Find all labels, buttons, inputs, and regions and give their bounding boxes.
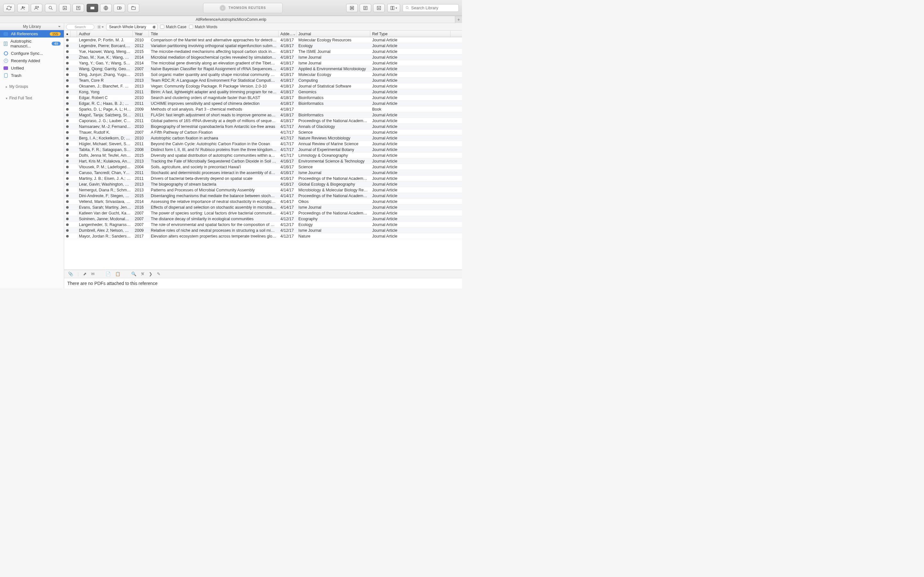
cell-journal: Proceedings of the National Academy of..… (296, 193, 370, 198)
table-row[interactable]: Kong, Yong2011Btrim: A fast, lightweight… (64, 89, 462, 95)
quote-button[interactable] (346, 4, 358, 12)
search-options-button[interactable]: ▾ (97, 25, 103, 29)
import-button[interactable] (59, 4, 71, 12)
table-row[interactable]: Lear, Gavin; Washington, Vidy...2013The … (64, 181, 462, 187)
attachment-icon[interactable]: 📎 (68, 271, 73, 276)
table-row[interactable]: Hügler, Michael; Sievert, Stefa...2011Be… (64, 141, 462, 147)
edit-icon[interactable]: ✎ (157, 271, 160, 276)
table-row[interactable]: Caporaso, J. G.; Lauber, C. L.;...2011Gl… (64, 118, 462, 124)
cell-title: Btrim: A fast, lightweight adapter and q… (149, 89, 278, 95)
preview-pane: 📎 | ⬈ ✉ 📄 📋 🔍 ✎̸ ❯ ✎ There are no PDFs a… (64, 269, 462, 288)
search-scope-select[interactable]: Search Whole Library ▴▾ (106, 24, 158, 30)
table-row[interactable]: Soininen, Janne; Mcdonald, R...2007The d… (64, 216, 462, 222)
table-row[interactable]: Oksanen, J.; Blanchet, F. G.;...2013Vega… (64, 83, 462, 89)
sync-button[interactable] (3, 4, 15, 12)
table-row[interactable]: Namsaraev; M.-J; Fernandez;...2010Biogeo… (64, 124, 462, 129)
sidebar-item-2[interactable]: Configure Sync... (0, 50, 64, 57)
table-row[interactable]: Legendre, P; Fortin, M. J.2010Comparison… (64, 37, 462, 43)
cell-ref: Journal Article (370, 66, 451, 71)
library-search[interactable] (403, 4, 459, 12)
sidebar-badge: 155 (50, 32, 61, 36)
table-row[interactable]: Wang, Qiong; Garrity, George...2007Naïve… (64, 66, 462, 72)
table-row[interactable]: Yang, Y.; Gao, Y.; Wang, S.; X...2014The… (64, 60, 462, 66)
highlight-icon[interactable]: ✎̸ (141, 271, 144, 276)
library-search-input[interactable] (411, 5, 456, 10)
cell-ref: Journal Article (370, 118, 451, 123)
share-button[interactable] (31, 4, 42, 12)
table-row[interactable]: Edgar, R. C.; Haas, B. J.; Cle...2011UCH… (64, 101, 462, 106)
col-year[interactable]: Year (133, 31, 149, 37)
export-button[interactable] (73, 4, 84, 12)
col-title[interactable]: Title (149, 31, 278, 37)
col-attachment[interactable] (71, 31, 77, 37)
table-row[interactable]: Caruso, Tancredi; Chan, Yuki;...2011Stoc… (64, 170, 462, 176)
cell-added: 4/16/17 (278, 170, 296, 175)
table-row[interactable]: Legendre, Pierre; Borcard, Da...2012Vari… (64, 43, 462, 49)
table-row[interactable]: Ding, Junjun; Zhang, Yuguang...2015Soil … (64, 72, 462, 77)
word-button[interactable]: W (373, 4, 384, 12)
table-row[interactable]: Yue, Haowei; Wang, Mengme...2015The micr… (64, 49, 462, 55)
cell-author: Sparks, D. L; Page, A. L; Helm... (77, 107, 133, 112)
match-words-checkbox[interactable]: Match Words (189, 25, 217, 29)
format-button[interactable] (360, 4, 371, 12)
table-row[interactable]: Edgar, Robert C2010Search and clustering… (64, 95, 462, 101)
cell-year: 2013 (133, 78, 149, 83)
table-row[interactable]: Vellend, Mark; Srivastava, Dia...2014Ass… (64, 199, 462, 205)
group-find-full-text[interactable]: Find Full Text (0, 94, 64, 102)
cell-year: 2009 (133, 228, 149, 233)
table-row[interactable]: Zhao, M.; Xue, K.; Wang, F.; Li...2014Mi… (64, 55, 462, 60)
cell-year: 2013 (133, 84, 149, 89)
table-row[interactable]: Evans, Sarah; Martiny, Jennife...2016Eff… (64, 205, 462, 210)
quick-search[interactable]: Search (66, 24, 94, 30)
window-titlebar: AllReferenceAutotrophicMicroComm.enlp + (0, 16, 462, 23)
table-row[interactable]: Nemergut, Diana R.; Schmidt,...2013Patte… (64, 187, 462, 193)
table-row[interactable]: Magoč, Tanja; Salzberg, Steve...2011FLAS… (64, 112, 462, 118)
new-group-button[interactable] (128, 4, 139, 12)
sidebar-item-4[interactable]: Unfiled (0, 64, 64, 72)
layout-button[interactable]: ▾ (387, 4, 400, 12)
table-row[interactable]: Hart, Kris M.; Kulakova, Anna...2013Trac… (64, 158, 462, 164)
table-row[interactable]: Katleen Van der Gucht, Karl C...2007The … (64, 210, 462, 216)
table-row[interactable]: Thauer, Rudolf K.2007A Fifth Pathway of … (64, 129, 462, 135)
col-author[interactable]: Author (77, 31, 133, 37)
online-button[interactable] (100, 4, 111, 12)
sidebar-item-1[interactable]: Autotrophic manuscri...49 (0, 37, 64, 50)
sidebar-item-3[interactable]: Recently Added (0, 57, 64, 64)
cell-title: Soil organic matter quantity and quality… (149, 72, 278, 77)
add-tab-button[interactable]: + (455, 16, 462, 23)
table-row[interactable]: Dumbrell, Alex J; Nelson, Mich...2009Rel… (64, 227, 462, 234)
sidebar-item-5[interactable]: Trash (0, 72, 64, 79)
table-row[interactable]: Dini-Andreote, F; Stegen, J. C...2015Dis… (64, 193, 462, 199)
email-icon[interactable]: ✉ (91, 271, 95, 276)
group-my-groups[interactable]: My Groups (0, 82, 64, 91)
table-row[interactable]: Martiny, J. B.; Eisen, J. A.; Pe...2011D… (64, 176, 462, 181)
table-row[interactable]: Mayor, Jordan R.; Sanders, N...2017Eleva… (64, 234, 462, 239)
match-case-checkbox[interactable]: Match Case (160, 25, 186, 29)
col-journal[interactable]: Journal (296, 31, 370, 37)
col-read[interactable]: ● (64, 31, 71, 37)
table-row[interactable]: Sparks, D. L; Page, A. L; Helm...2009Met… (64, 106, 462, 112)
table-row[interactable]: Dolhi, Jenna M; Teufel, Amber...2015Dive… (64, 153, 462, 158)
local-library-button[interactable] (87, 4, 98, 12)
col-added[interactable]: Adde... (278, 31, 296, 37)
library-dropdown[interactable]: My Library (0, 23, 64, 30)
integrated-button[interactable] (113, 4, 125, 12)
copy-icon[interactable]: 📋 (115, 271, 120, 276)
col-ref-type[interactable]: Ref Type (370, 31, 451, 37)
open-pdf-icon[interactable]: ⬈ (83, 271, 87, 276)
search-refs-button[interactable] (45, 4, 57, 12)
cell-journal: Bioinformatics (296, 95, 370, 100)
table-row[interactable]: Vitousek, P. M.; Ladefoged, T....2004Soi… (64, 164, 462, 170)
cell-ref: Journal Article (370, 84, 451, 89)
next-icon[interactable]: ❯ (149, 271, 152, 276)
save-icon[interactable]: 📄 (105, 271, 111, 276)
table-row[interactable]: Team, Core R2013Team RDC.R: A Language A… (64, 77, 462, 83)
reference-table[interactable]: ● Author Year Title Adde... Journal Ref … (64, 31, 462, 269)
add-user-button[interactable] (17, 4, 29, 12)
table-row[interactable]: Tabita, F. R.; Satagopan, S; H...2008Dis… (64, 147, 462, 153)
table-row[interactable]: Berg, I. A.; Kockelkorn, D; Ra...2010Aut… (64, 135, 462, 141)
zoom-icon[interactable]: 🔍 (131, 271, 136, 276)
cell-journal: Journal of Experimental Botany (296, 147, 370, 152)
sidebar-item-0[interactable]: All References155 (0, 30, 64, 37)
table-row[interactable]: Langenheder, S; Ragnarsson, H2007The rol… (64, 222, 462, 227)
